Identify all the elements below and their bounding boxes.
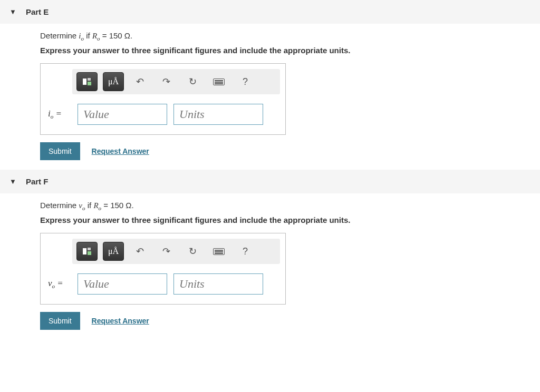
reset-icon: ↻ <box>189 76 197 87</box>
help-button[interactable]: ? <box>235 72 256 91</box>
request-answer-link[interactable]: Request Answer <box>92 317 149 325</box>
template-picker-button[interactable] <box>76 72 98 91</box>
cond-var: R <box>92 32 97 40</box>
part-title: Part E <box>26 7 49 16</box>
reset-button[interactable]: ↻ <box>182 72 203 91</box>
prompt-prefix: Determine <box>40 31 79 40</box>
value-input[interactable] <box>78 104 167 125</box>
undo-button[interactable]: ↶ <box>129 72 150 91</box>
prompt-mid: if <box>85 201 94 210</box>
answer-lhs: vo = <box>48 278 71 289</box>
actions-row: Submit Request Answer <box>40 142 540 160</box>
part-header[interactable]: ▼ Part F <box>0 170 540 193</box>
help-icon: ? <box>243 246 248 257</box>
actions-row: Submit Request Answer <box>40 312 540 330</box>
reset-icon: ↻ <box>189 246 197 257</box>
template-icon <box>83 248 91 255</box>
equation-toolbar: μÅ ↶ ↷ ↻ ? <box>72 239 280 264</box>
template-picker-button[interactable] <box>76 242 98 261</box>
answer-lhs: io = <box>48 109 71 120</box>
redo-button[interactable]: ↷ <box>156 72 177 91</box>
submit-button[interactable]: Submit <box>40 142 80 160</box>
keyboard-button[interactable] <box>208 72 229 91</box>
answer-box: μÅ ↶ ↷ ↻ ? io = <box>40 63 286 135</box>
redo-button[interactable]: ↷ <box>156 242 177 261</box>
units-picker-button[interactable]: μÅ <box>103 242 124 261</box>
prompt-mid: if <box>84 31 92 40</box>
input-row: vo = <box>41 264 285 295</box>
units-input[interactable] <box>173 104 263 125</box>
undo-icon: ↶ <box>136 246 144 257</box>
part-header[interactable]: ▼ Part E <box>0 0 540 24</box>
help-icon: ? <box>243 76 248 87</box>
mu-a-icon: μÅ <box>108 247 119 256</box>
instruction-text: Express your answer to three significant… <box>40 46 540 55</box>
template-icon <box>83 78 91 85</box>
keyboard-icon <box>213 248 225 255</box>
part-body: Determine io if Ro = 150 Ω. Express your… <box>0 24 540 160</box>
keyboard-icon <box>213 79 225 85</box>
prompt-prefix: Determine <box>40 201 79 210</box>
instruction-text: Express your answer to three significant… <box>40 215 540 224</box>
units-input[interactable] <box>173 273 263 295</box>
collapse-caret-icon: ▼ <box>9 8 16 16</box>
prompt-text: Determine vo if Ro = 150 Ω. <box>40 201 540 211</box>
request-answer-link[interactable]: Request Answer <box>92 147 149 155</box>
cond-val: = 150 Ω. <box>101 201 134 210</box>
redo-icon: ↷ <box>162 246 170 257</box>
collapse-caret-icon: ▼ <box>9 178 16 185</box>
equation-toolbar: μÅ ↶ ↷ ↻ ? <box>72 69 280 94</box>
undo-icon: ↶ <box>136 76 144 87</box>
mu-a-icon: μÅ <box>108 77 119 86</box>
part-f: ▼ Part F Determine vo if Ro = 150 Ω. Exp… <box>0 170 540 330</box>
prompt-text: Determine io if Ro = 150 Ω. <box>40 31 540 42</box>
submit-button[interactable]: Submit <box>40 312 80 330</box>
part-e: ▼ Part E Determine io if Ro = 150 Ω. Exp… <box>0 0 540 160</box>
part-body: Determine vo if Ro = 150 Ω. Express your… <box>0 193 540 330</box>
undo-button[interactable]: ↶ <box>129 242 150 261</box>
cond-val: = 150 Ω. <box>100 31 133 40</box>
answer-box: μÅ ↶ ↷ ↻ ? vo = <box>40 233 286 305</box>
input-row: io = <box>41 94 285 125</box>
cond-var: R <box>93 201 98 210</box>
units-picker-button[interactable]: μÅ <box>103 72 124 91</box>
value-input[interactable] <box>78 273 167 295</box>
part-title: Part F <box>26 177 49 186</box>
redo-icon: ↷ <box>162 76 170 87</box>
keyboard-button[interactable] <box>208 242 229 261</box>
help-button[interactable]: ? <box>235 242 256 261</box>
reset-button[interactable]: ↻ <box>182 242 203 261</box>
